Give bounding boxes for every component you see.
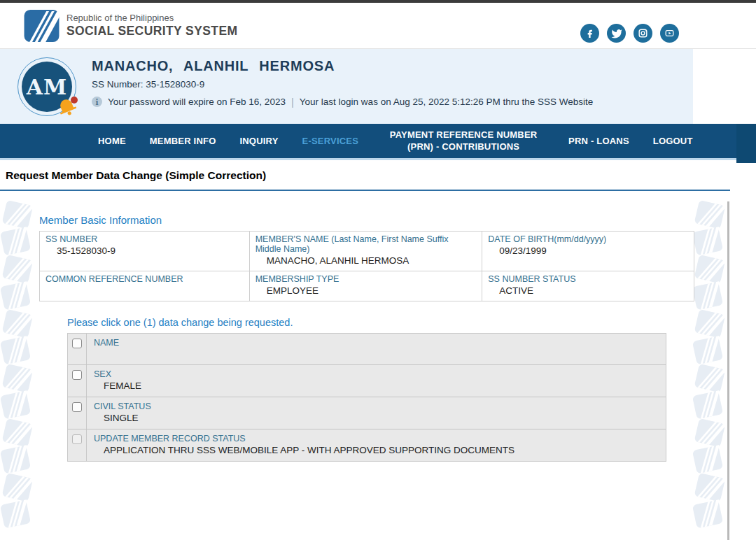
option-value: APPLICATION THRU SSS WEB/MOBILE APP - WI…: [94, 445, 514, 455]
checkbox-name[interactable]: [72, 339, 82, 348]
nav-home[interactable]: HOME: [98, 136, 126, 146]
member-banner: AM MANACHO, ALANHIL HERMOSA SS Number: 3…: [0, 49, 693, 124]
sss-logo-icon: [23, 9, 60, 43]
page-content: Request Member Data Change (Simple Corre…: [0, 169, 756, 462]
field-value: MANACHO, ALANHIL HERMOSA: [255, 255, 477, 266]
option-label: SEX: [94, 369, 141, 379]
field-value: ACTIVE: [488, 285, 688, 296]
request-instruction: Please click one (1) data change being r…: [67, 317, 756, 328]
field-label: MEMBERSHIP TYPE: [255, 274, 477, 284]
brand-org-name: SOCIAL SECURITY SYSTEM: [66, 24, 237, 38]
basic-info-table: SS NUMBER 35-1528030-9 MEMBER'S NAME (La…: [39, 231, 694, 301]
nav-inquiry[interactable]: INQUIRY: [239, 136, 278, 146]
field-label: SS NUMBER STATUS: [488, 274, 688, 284]
nav-e-services[interactable]: E-SERVICES: [302, 136, 359, 146]
field-value: EMPLOYEE: [255, 285, 477, 296]
field-membership-type: MEMBERSHIP TYPE EMPLOYEE: [249, 271, 482, 301]
checkbox-civil-status[interactable]: [72, 402, 82, 412]
option-row-sex: SEX FEMALE: [68, 365, 666, 397]
nav-member-info[interactable]: MEMBER INFO: [150, 136, 216, 146]
checkbox-sex[interactable]: [72, 370, 82, 380]
field-ss-number: SS NUMBER 35-1528030-9: [40, 232, 250, 271]
facebook-icon[interactable]: [580, 24, 599, 43]
instagram-icon[interactable]: [634, 24, 652, 43]
field-date-of-birth: DATE OF BIRTH(mm/dd/yyyy) 09/23/1999: [482, 232, 694, 271]
login-notice: i Your password will expire on Feb 16, 2…: [92, 96, 593, 108]
nav-right-notch: [736, 124, 756, 163]
option-row-name: NAME: [68, 334, 666, 365]
title-rule: [0, 190, 730, 191]
data-change-options: NAME SEX FEMALE CIVIL STATUS SINGLE: [67, 333, 666, 462]
field-value: 09/23/1999: [488, 246, 688, 256]
field-value: 35-1528030-9: [46, 246, 244, 256]
option-label: UPDATE MEMBER RECORD STATUS: [94, 434, 514, 443]
avatar: AM: [18, 57, 76, 116]
youtube-icon[interactable]: [660, 24, 679, 43]
brand-text: Republic of the Philippines SOCIAL SECUR…: [66, 13, 237, 38]
notification-bell-icon[interactable]: [55, 94, 82, 120]
sss-brand: Republic of the Philippines SOCIAL SECUR…: [23, 9, 237, 43]
site-header: Republic of the Philippines SOCIAL SECUR…: [0, 3, 756, 49]
brand-tagline: Republic of the Philippines: [66, 13, 237, 24]
field-label: SS NUMBER: [46, 234, 244, 244]
nav-logout[interactable]: LOGOUT: [653, 136, 693, 146]
nav-prn-contributions[interactable]: PAYMENT REFERENCE NUMBER (PRN) - CONTRIB…: [382, 129, 545, 153]
notice-separator: |: [291, 96, 294, 108]
option-value: FEMALE: [94, 381, 141, 391]
basic-info-heading: Member Basic Information: [39, 214, 756, 226]
last-login-notice: Your last login was on Aug 25, 2022 5:12…: [300, 97, 594, 107]
option-row-update-member-record-status: UPDATE MEMBER RECORD STATUS APPLICATION …: [68, 429, 666, 461]
member-ss-number: SS Number: 35-1528030-9: [92, 79, 593, 90]
social-links: [580, 24, 679, 43]
field-label: COMMON REFERENCE NUMBER: [46, 274, 244, 284]
password-expiry-notice: Your password will expire on Feb 16, 202…: [108, 97, 286, 107]
nav-prn-loans[interactable]: PRN - LOANS: [568, 136, 629, 146]
field-member-name: MEMBER'S NAME (Last Name, First Name Suf…: [249, 232, 482, 271]
main-nav: HOME MEMBER INFO INQUIRY E-SERVICES PAYM…: [0, 124, 756, 160]
checkbox-update-member-record-status[interactable]: [72, 434, 82, 444]
field-common-reference-number: COMMON REFERENCE NUMBER: [40, 271, 250, 301]
twitter-icon[interactable]: [607, 24, 626, 43]
info-icon: i: [92, 97, 102, 107]
option-label: NAME: [94, 338, 119, 348]
page-title: Request Member Data Change (Simple Corre…: [6, 169, 756, 182]
field-ss-number-status: SS NUMBER STATUS ACTIVE: [482, 271, 694, 301]
option-value: SINGLE: [94, 413, 151, 423]
field-label: DATE OF BIRTH(mm/dd/yyyy): [488, 234, 688, 244]
option-label: CIVIL STATUS: [94, 402, 151, 411]
field-label: MEMBER'S NAME (Last Name, First Name Suf…: [255, 234, 477, 254]
member-name: MANACHO, ALANHIL HERMOSA: [92, 58, 593, 74]
option-row-civil-status: CIVIL STATUS SINGLE: [68, 397, 666, 429]
member-summary: MANACHO, ALANHIL HERMOSA SS Number: 35-1…: [92, 58, 593, 108]
